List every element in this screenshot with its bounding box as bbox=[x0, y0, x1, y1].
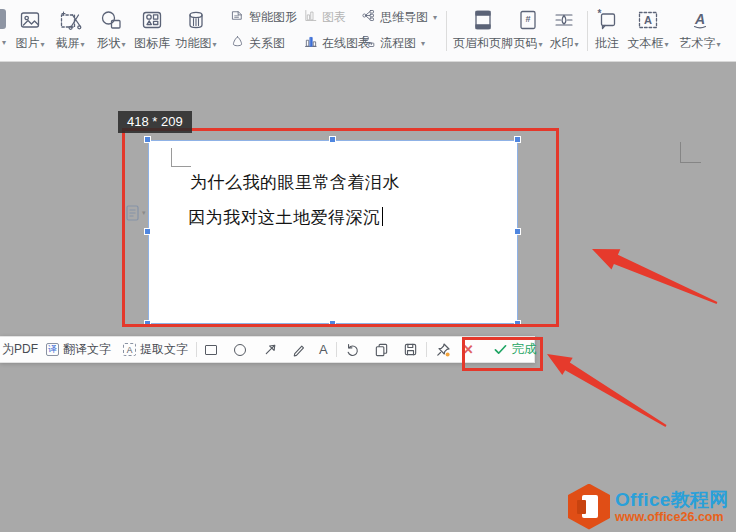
resize-handle-top-left[interactable] bbox=[144, 136, 151, 143]
resize-handle-middle-right[interactable] bbox=[514, 228, 521, 235]
button-close-capture[interactable]: ✕ bbox=[463, 342, 474, 357]
button-pen-tool[interactable] bbox=[291, 342, 306, 357]
toolbar-divider bbox=[446, 11, 447, 51]
page-margin-corner-mark bbox=[680, 142, 701, 163]
resize-handle-bottom-right[interactable] bbox=[514, 320, 521, 327]
watermark-title: Office教程网 bbox=[615, 490, 729, 509]
chevron-down-icon: ▾ bbox=[142, 209, 146, 217]
button-screenshot[interactable]: 截屏▾ bbox=[48, 4, 92, 58]
screenshot-annotation-toolbar: 为PDF 译 翻译文字 A 提取文字 A ✕ 完成 bbox=[0, 336, 535, 363]
toolbar-divider bbox=[336, 342, 337, 357]
button-save-as-pdf[interactable]: 为PDF bbox=[2, 341, 38, 358]
word-art-icon: A bbox=[678, 4, 722, 36]
smart-graphics-icon bbox=[230, 8, 245, 26]
translate-icon: 译 bbox=[46, 343, 59, 356]
button-translate-text[interactable]: 译 翻译文字 bbox=[46, 341, 111, 358]
button-extract-text[interactable]: A 提取文字 bbox=[123, 341, 188, 358]
layout-options-button[interactable]: ▾ bbox=[126, 203, 150, 223]
relationship-diagram-icon bbox=[230, 34, 245, 52]
button-comment[interactable]: * 批注 bbox=[590, 4, 624, 58]
extract-text-icon: A bbox=[123, 343, 136, 356]
button-insert-picture[interactable]: 图片▾ bbox=[8, 4, 52, 58]
chart-icon bbox=[303, 8, 318, 26]
watermark-icon bbox=[544, 4, 584, 36]
copy-icon bbox=[374, 342, 389, 357]
resize-handle-bottom-middle[interactable] bbox=[329, 320, 336, 327]
undo-icon bbox=[345, 342, 360, 357]
pin-icon bbox=[435, 342, 451, 358]
office-hexagon-icon bbox=[568, 484, 610, 530]
button-pin-screenshot[interactable] bbox=[435, 342, 451, 358]
button-rectangle-tool[interactable] bbox=[205, 345, 217, 355]
clipped-toolbar-icon bbox=[0, 9, 6, 29]
screenshot-scissors-icon bbox=[48, 4, 92, 36]
resize-handle-top-right[interactable] bbox=[514, 136, 521, 143]
rectangle-icon bbox=[205, 345, 217, 355]
svg-text:A: A bbox=[644, 14, 652, 26]
flowchart-icon bbox=[361, 34, 376, 52]
watermark-logo: Office教程网 www.office26.com bbox=[568, 481, 736, 532]
resize-handle-top-middle[interactable] bbox=[329, 136, 336, 143]
button-text-box[interactable]: A 文本框▾ bbox=[626, 4, 670, 58]
button-function-diagram[interactable]: 功能图▾ bbox=[172, 4, 220, 58]
button-ellipse-tool[interactable] bbox=[234, 344, 246, 356]
page-margin-corner-mark bbox=[171, 148, 191, 167]
comment-icon: * bbox=[590, 4, 624, 36]
ellipse-icon bbox=[234, 344, 246, 356]
button-chart-disabled: 图表 bbox=[303, 8, 346, 26]
button-icon-library[interactable]: 图标库 bbox=[130, 4, 174, 58]
arrow-icon bbox=[263, 342, 278, 357]
capture-size-label: 418 * 209 bbox=[118, 111, 192, 133]
save-icon bbox=[403, 342, 418, 357]
mind-map-icon bbox=[361, 8, 376, 26]
button-shapes[interactable]: 形状▾ bbox=[90, 4, 132, 58]
clipped-dropdown-arrow: ▾ bbox=[2, 38, 6, 47]
svg-text:A: A bbox=[694, 11, 705, 27]
button-save[interactable] bbox=[403, 342, 418, 357]
shapes-icon bbox=[90, 4, 132, 36]
button-arrow-tool[interactable] bbox=[263, 342, 278, 357]
button-copy[interactable] bbox=[374, 342, 389, 357]
online-chart-icon bbox=[303, 34, 318, 52]
function-diagram-icon bbox=[172, 4, 220, 36]
document-text-line: 因为我对这土地爱得深沉 bbox=[188, 206, 383, 229]
text-box-icon: A bbox=[626, 4, 670, 36]
toolbar-divider bbox=[587, 11, 588, 51]
icon-library-icon bbox=[130, 4, 174, 36]
capture-region[interactable] bbox=[148, 140, 518, 324]
document-text-line: 为什么我的眼里常含着泪水 bbox=[190, 171, 400, 194]
button-smart-graphics[interactable]: 智能图形 bbox=[230, 8, 297, 26]
resize-handle-bottom-left[interactable] bbox=[144, 320, 151, 327]
button-flowchart[interactable]: 流程图 ▾ bbox=[361, 34, 425, 52]
text-cursor bbox=[382, 207, 384, 226]
button-watermark[interactable]: 水印▾ bbox=[544, 4, 584, 58]
wps-screenshot-capture-screen: { "glyphs": { "dropdown": "▾", "hash": "… bbox=[0, 0, 736, 532]
button-online-chart[interactable]: 在线图表 bbox=[303, 34, 370, 52]
resize-handle-middle-left[interactable] bbox=[144, 228, 151, 235]
button-done[interactable]: 完成 bbox=[493, 341, 537, 358]
button-text-tool[interactable]: A bbox=[319, 342, 328, 357]
svg-text:*: * bbox=[598, 8, 602, 19]
text-tool-icon: A bbox=[319, 342, 328, 357]
svg-text:#: # bbox=[525, 14, 530, 24]
red-arrow-pointing-capture bbox=[592, 249, 717, 304]
checkmark-icon bbox=[493, 343, 508, 356]
button-undo[interactable] bbox=[345, 342, 360, 357]
pen-icon bbox=[291, 342, 306, 357]
close-icon: ✕ bbox=[463, 342, 474, 357]
document-options-icon bbox=[126, 205, 141, 222]
red-arrow-pointing-done bbox=[547, 354, 667, 427]
button-relationship-diagram[interactable]: 关系图 bbox=[230, 34, 285, 52]
toolbar-divider bbox=[196, 342, 197, 357]
button-word-art[interactable]: A 艺术字▾ bbox=[678, 4, 722, 58]
picture-icon bbox=[8, 4, 52, 36]
button-mind-map[interactable]: 思维导图 ▾ bbox=[361, 8, 437, 26]
watermark-url: www.office26.com bbox=[615, 511, 729, 524]
ribbon-toolbar: ▾ 图片▾ 截屏▾ 形状▾ 图标库 功能图▾ 智能图形 bbox=[0, 0, 736, 62]
toolbar-divider bbox=[426, 342, 427, 357]
